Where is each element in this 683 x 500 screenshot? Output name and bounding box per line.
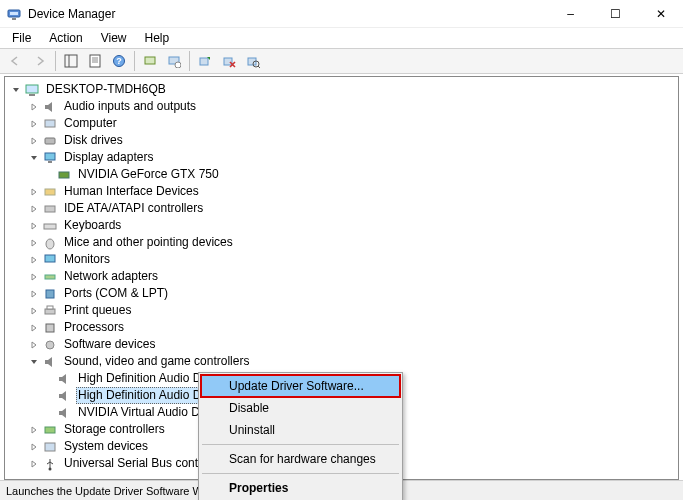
expand-icon[interactable] bbox=[27, 236, 41, 250]
minimize-button[interactable]: – bbox=[548, 0, 593, 28]
usb-icon bbox=[42, 456, 58, 472]
properties-button[interactable] bbox=[83, 50, 107, 72]
system-icon bbox=[42, 439, 58, 455]
svg-text:?: ? bbox=[116, 56, 122, 66]
svg-rect-31 bbox=[45, 275, 55, 279]
cpu-icon bbox=[42, 320, 58, 336]
tree-label: Monitors bbox=[62, 252, 112, 266]
svg-point-29 bbox=[46, 239, 54, 249]
tree-item-keyboards[interactable]: Keyboards bbox=[7, 217, 676, 234]
tree-item-computer[interactable]: Computer bbox=[7, 115, 676, 132]
tree-label: Network adapters bbox=[62, 269, 160, 283]
keyboard-icon bbox=[42, 218, 58, 234]
toolbar-icon-2[interactable] bbox=[162, 50, 186, 72]
svg-rect-19 bbox=[26, 85, 38, 93]
show-hide-tree-button[interactable] bbox=[59, 50, 83, 72]
tree-label: Keyboards bbox=[62, 218, 123, 232]
svg-rect-21 bbox=[45, 120, 55, 127]
tree-item-disk[interactable]: Disk drives bbox=[7, 132, 676, 149]
expand-icon[interactable] bbox=[27, 321, 41, 335]
expand-icon[interactable] bbox=[27, 185, 41, 199]
context-menu: Update Driver Software... Disable Uninst… bbox=[198, 372, 403, 500]
tree-item-sound[interactable]: Sound, video and game controllers bbox=[7, 353, 676, 370]
close-button[interactable]: ✕ bbox=[638, 0, 683, 28]
expand-icon[interactable] bbox=[27, 117, 41, 131]
context-uninstall[interactable]: Uninstall bbox=[201, 419, 400, 441]
computer-icon bbox=[24, 82, 40, 98]
tree-item-mice[interactable]: Mice and other pointing devices bbox=[7, 234, 676, 251]
svg-point-39 bbox=[49, 467, 52, 470]
context-sep bbox=[202, 473, 399, 474]
tree-item-display-child[interactable]: NVIDIA GeForce GTX 750 bbox=[7, 166, 676, 183]
disk-icon bbox=[42, 133, 58, 149]
expand-icon[interactable] bbox=[27, 219, 41, 233]
expand-icon[interactable] bbox=[27, 100, 41, 114]
expand-icon[interactable] bbox=[27, 304, 41, 318]
tree-root[interactable]: DESKTOP-TMDH6QB bbox=[7, 81, 676, 98]
tree-item-network[interactable]: Network adapters bbox=[7, 268, 676, 285]
tree-item-processors[interactable]: Processors bbox=[7, 319, 676, 336]
tree-item-ide[interactable]: IDE ATA/ATAPI controllers bbox=[7, 200, 676, 217]
window-buttons: – ☐ ✕ bbox=[548, 0, 683, 28]
tree-label: IDE ATA/ATAPI controllers bbox=[62, 201, 205, 215]
svg-rect-14 bbox=[200, 58, 208, 65]
collapse-icon[interactable] bbox=[27, 355, 41, 369]
menu-file[interactable]: File bbox=[4, 29, 39, 47]
toolbar-icon-1[interactable] bbox=[138, 50, 162, 72]
svg-rect-22 bbox=[45, 138, 55, 144]
tree-label: Disk drives bbox=[62, 133, 125, 147]
expand-icon[interactable] bbox=[27, 440, 41, 454]
context-update-driver[interactable]: Update Driver Software... bbox=[201, 375, 400, 397]
tree-item-audio-io[interactable]: Audio inputs and outputs bbox=[7, 98, 676, 115]
expand-icon[interactable] bbox=[27, 287, 41, 301]
expand-icon[interactable] bbox=[27, 423, 41, 437]
forward-button[interactable] bbox=[28, 50, 52, 72]
collapse-icon[interactable] bbox=[9, 83, 23, 97]
expand-icon[interactable] bbox=[27, 134, 41, 148]
expand-icon[interactable] bbox=[27, 202, 41, 216]
tree-item-printq[interactable]: Print queues bbox=[7, 302, 676, 319]
tree-item-software[interactable]: Software devices bbox=[7, 336, 676, 353]
context-properties[interactable]: Properties bbox=[201, 477, 400, 499]
tree-item-display[interactable]: Display adapters bbox=[7, 149, 676, 166]
tree-item-ports[interactable]: Ports (COM & LPT) bbox=[7, 285, 676, 302]
svg-rect-28 bbox=[44, 224, 56, 229]
collapse-icon[interactable] bbox=[27, 151, 41, 165]
speaker-icon bbox=[42, 354, 58, 370]
menu-help[interactable]: Help bbox=[137, 29, 178, 47]
uninstall-button[interactable] bbox=[217, 50, 241, 72]
expand-icon[interactable] bbox=[27, 457, 41, 471]
maximize-button[interactable]: ☐ bbox=[593, 0, 638, 28]
context-scan[interactable]: Scan for hardware changes bbox=[201, 448, 400, 470]
tree-label: DESKTOP-TMDH6QB bbox=[44, 82, 168, 96]
svg-line-18 bbox=[258, 66, 260, 68]
back-button[interactable] bbox=[4, 50, 28, 72]
tree-label: Storage controllers bbox=[62, 422, 167, 436]
tree-label: Human Interface Devices bbox=[62, 184, 201, 198]
scan-button[interactable] bbox=[241, 50, 265, 72]
expand-icon[interactable] bbox=[27, 270, 41, 284]
tree-item-monitors[interactable]: Monitors bbox=[7, 251, 676, 268]
svg-rect-15 bbox=[224, 58, 232, 65]
gear-icon bbox=[42, 337, 58, 353]
port-icon bbox=[42, 286, 58, 302]
speaker-icon bbox=[56, 405, 72, 421]
hid-icon bbox=[42, 184, 58, 200]
tree-label: Computer bbox=[62, 116, 119, 130]
menu-action[interactable]: Action bbox=[41, 29, 90, 47]
tree-item-hid[interactable]: Human Interface Devices bbox=[7, 183, 676, 200]
svg-rect-34 bbox=[47, 306, 53, 309]
context-disable[interactable]: Disable bbox=[201, 397, 400, 419]
context-sep bbox=[202, 444, 399, 445]
update-driver-button[interactable] bbox=[193, 50, 217, 72]
expand-icon[interactable] bbox=[27, 253, 41, 267]
titlebar: Device Manager – ☐ ✕ bbox=[0, 0, 683, 28]
menu-view[interactable]: View bbox=[93, 29, 135, 47]
monitor-icon bbox=[42, 150, 58, 166]
svg-rect-32 bbox=[46, 290, 54, 298]
speaker-icon bbox=[56, 371, 72, 387]
app-icon bbox=[6, 6, 22, 22]
help-button[interactable]: ? bbox=[107, 50, 131, 72]
svg-point-36 bbox=[46, 341, 54, 349]
expand-icon[interactable] bbox=[27, 338, 41, 352]
